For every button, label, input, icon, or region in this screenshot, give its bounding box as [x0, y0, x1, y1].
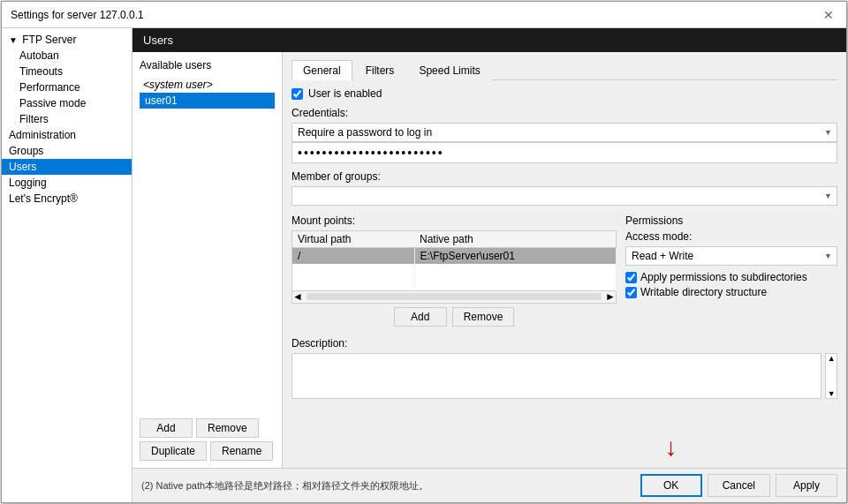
mount-section: Mount points: Virtual path Native path [292, 214, 617, 327]
credentials-label: Credentials: [292, 107, 837, 119]
user-enabled-row: User is enabled [292, 87, 837, 100]
bottom-bar: (2) Native path本地路径是绝对路径；相对路径文件夹的权限地址。 ↓… [132, 468, 846, 502]
close-button[interactable]: ✕ [820, 8, 837, 22]
ok-button[interactable]: OK [640, 474, 702, 497]
sidebar-item-administration[interactable]: Administration [2, 127, 132, 143]
tab-bar: General Filters Speed Limits [292, 59, 837, 80]
access-mode-dropdown[interactable]: Read + Write Read only Write only No acc… [625, 246, 837, 266]
dialog-title: Settings for server 127.0.0.1 [11, 9, 144, 21]
mount-remove-button[interactable]: Remove [452, 307, 515, 327]
desc-scroll-up[interactable]: ▲ [826, 354, 837, 363]
sidebar-item-filters[interactable]: Filters [2, 111, 132, 127]
apply-perms-label: Apply permissions to subdirectories [640, 271, 807, 283]
permissions-section: Permissions Access mode: Read + Write Re… [625, 214, 837, 327]
tab-filters[interactable]: Filters [354, 60, 406, 80]
description-label: Description: [292, 337, 837, 350]
users-list-panel: Available users <system user> user01 Add… [132, 52, 283, 468]
ok-arrow-indicator: ↓ [665, 435, 678, 460]
users-action-buttons: Add Remove Duplicate Rename [140, 411, 275, 461]
sidebar-item-performance[interactable]: Performance [2, 79, 132, 95]
writable-dir-row: Writable directory structure [625, 286, 837, 298]
sidebar-item-timeouts[interactable]: Timeouts [2, 64, 132, 79]
mount-virtual-path: / [292, 248, 415, 265]
mount-horizontal-scrollbar[interactable] [307, 293, 602, 300]
member-of-groups-input[interactable] [292, 186, 837, 206]
panel-header: Users [132, 28, 846, 52]
sidebar-item-logging[interactable]: Logging [2, 175, 132, 191]
panel-body: Available users <system user> user01 Add… [132, 52, 846, 468]
footer-buttons: ↓ OK Cancel Apply [640, 474, 837, 497]
ok-button-wrapper: ↓ OK [640, 474, 702, 497]
mount-row[interactable]: / E:\FtpServer\user01 [292, 248, 617, 265]
sidebar-item-groups[interactable]: Groups [2, 143, 132, 159]
add-user-button[interactable]: Add [140, 418, 193, 438]
apply-button[interactable]: Apply [776, 474, 837, 497]
mount-add-button[interactable]: Add [394, 307, 447, 327]
settings-panel: General Filters Speed Limits User is ena… [283, 52, 846, 468]
mount-empty-row [292, 264, 617, 290]
mount-native-path: E:\FtpServer\user01 [414, 248, 616, 265]
member-of-groups-label: Member of groups: [292, 170, 837, 183]
access-mode-label: Access mode: [625, 230, 837, 243]
available-users-label: Available users [140, 59, 275, 71]
sidebar-item-autoban[interactable]: Autoban [2, 48, 132, 64]
writable-dir-checkbox[interactable] [625, 287, 637, 298]
sidebar: ▼ FTP Server Autoban Timeouts Performanc… [2, 28, 132, 502]
sidebar-item-letsencrypt[interactable]: Let's Encrypt® [2, 191, 132, 207]
sidebar-item-passive-mode[interactable]: Passive mode [2, 95, 132, 111]
tab-speed-limits[interactable]: Speed Limits [407, 60, 491, 80]
tab-general[interactable]: General [292, 60, 352, 80]
footer-hint: (2) Native path本地路径是绝对路径；相对路径文件夹的权限地址。 [141, 479, 640, 493]
mount-table: Virtual path Native path / E:\FtpServer\… [292, 230, 617, 291]
sidebar-item-users[interactable]: Users [2, 159, 132, 175]
apply-perms-checkbox[interactable] [625, 272, 637, 283]
description-section: Description: ▲ ▼ [292, 337, 837, 399]
cancel-button[interactable]: Cancel [708, 474, 770, 497]
rename-user-button[interactable]: Rename [210, 441, 273, 461]
mount-permissions-row: Mount points: Virtual path Native path [292, 214, 837, 327]
credentials-dropdown-wrapper: Require a password to log in [292, 123, 837, 142]
credentials-dropdown[interactable]: Require a password to log in [292, 123, 837, 142]
mount-col-virtual: Virtual path [292, 231, 415, 248]
content-area: ▼ FTP Server Autoban Timeouts Performanc… [2, 28, 846, 502]
mount-scrollbar-row: ◄ ► [292, 291, 617, 304]
tree-expand-icon: ▼ [9, 35, 18, 45]
mount-buttons: Add Remove [292, 307, 617, 327]
member-of-groups-row [292, 186, 837, 206]
description-textarea[interactable] [292, 353, 822, 399]
user-enabled-label: User is enabled [308, 87, 382, 100]
permissions-label: Permissions [625, 214, 837, 227]
mount-col-native: Native path [414, 231, 616, 248]
remove-user-button[interactable]: Remove [196, 418, 259, 438]
sidebar-item-ftp-server[interactable]: ▼ FTP Server [2, 32, 132, 48]
writable-dir-label: Writable directory structure [640, 286, 767, 298]
main-panel: Users Available users <system user> user… [132, 28, 846, 502]
duplicate-user-button[interactable]: Duplicate [140, 441, 207, 461]
settings-dialog: Settings for server 127.0.0.1 ✕ ▼ FTP Se… [1, 1, 847, 503]
titlebar: Settings for server 127.0.0.1 ✕ [2, 2, 846, 28]
apply-perms-row: Apply permissions to subdirectories [625, 271, 837, 283]
mount-points-label: Mount points: [292, 214, 617, 227]
system-user-item[interactable]: <system user> [140, 77, 275, 93]
access-mode-dropdown-wrapper: Read + Write Read only Write only No acc… [625, 246, 837, 266]
desc-scroll-down[interactable]: ▼ [826, 389, 837, 398]
user-item-user01[interactable]: user01 [140, 93, 275, 109]
user-enabled-checkbox[interactable] [292, 88, 303, 100]
group-input-wrapper [292, 186, 837, 206]
password-field[interactable] [292, 142, 837, 163]
